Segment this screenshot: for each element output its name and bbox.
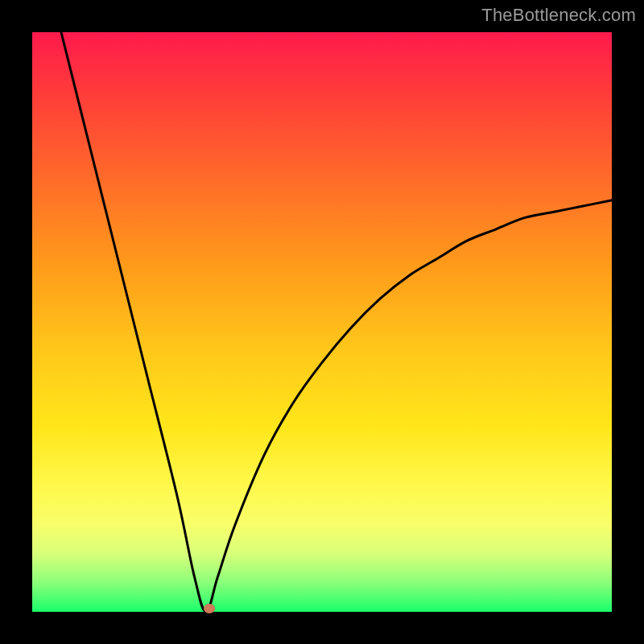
watermark-text: TheBottleneck.com [481,5,636,26]
bottleneck-curve [32,32,612,612]
optimum-marker [204,604,215,613]
plot-area [32,32,612,612]
chart-frame: TheBottleneck.com [0,0,644,644]
